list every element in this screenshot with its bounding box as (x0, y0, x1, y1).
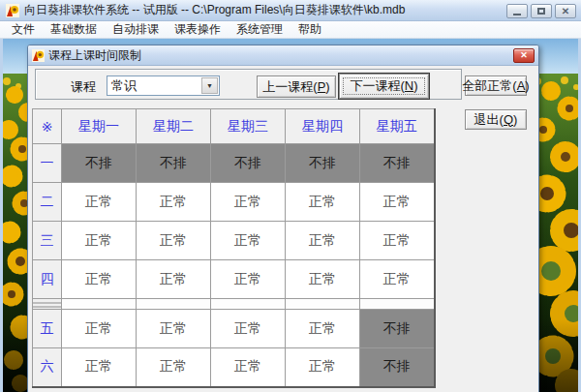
grid-cell[interactable]: 正常 (286, 310, 360, 348)
grid-cell[interactable]: 正常 (137, 348, 211, 387)
grid-cell[interactable]: 正常 (286, 222, 360, 260)
column-header-wednesday[interactable]: 星期三 (211, 109, 286, 144)
menu-help[interactable]: 帮助 (290, 20, 329, 39)
grid-cell[interactable]: 正常 (137, 310, 211, 348)
grid-row-period-1: 一 不排 不排 不排 不排 不排 (33, 144, 435, 183)
schedule-grid: ※ 星期一 星期二 星期三 星期四 星期五 一 不排 不排 不排 不排 不排 (32, 108, 436, 388)
grid-cell[interactable]: 正常 (62, 348, 137, 387)
grid-header-row: ※ 星期一 星期二 星期三 星期四 星期五 (33, 109, 435, 144)
grid-cell[interactable]: 正常 (211, 260, 286, 299)
grid-cell[interactable]: 正常 (211, 222, 286, 260)
grid-cell[interactable]: 正常 (62, 260, 137, 299)
column-header-thursday[interactable]: 星期四 (286, 109, 360, 144)
grid-cell[interactable]: 不排 (360, 348, 435, 387)
next-course-button[interactable]: 下一课程(N) (339, 74, 429, 99)
menu-bar: 文件 基础数据 自动排课 课表操作 系统管理 帮助 (0, 21, 581, 39)
dialog-close-icon: ✕ (520, 51, 528, 60)
dialog-title: 课程上课时间限制 (48, 47, 141, 64)
exit-button[interactable]: 退出(Q) (465, 109, 527, 130)
minimize-icon (513, 14, 521, 15)
grid-cell[interactable]: 正常 (211, 183, 286, 222)
row-label[interactable]: 五 (33, 310, 62, 348)
app-sunflower-icon (6, 4, 19, 17)
maximize-icon (537, 8, 545, 15)
prev-course-button[interactable]: 上一课程(P) (257, 75, 336, 98)
grid-cell[interactable]: 不排 (211, 144, 286, 183)
menu-system-manage[interactable]: 系统管理 (229, 20, 290, 39)
client-area: 课程上课时间限制 ✕ 课程 常识 ▼ 上一课程(P) 下一课程(N) (3, 39, 578, 392)
grid-cell[interactable]: 不排 (286, 144, 360, 183)
grid-cell[interactable]: 正常 (286, 348, 360, 387)
column-header-monday[interactable]: 星期一 (62, 109, 137, 144)
dialog-sunflower-icon (32, 49, 45, 62)
grid-cell[interactable]: 正常 (360, 183, 435, 222)
column-header-friday[interactable]: 星期五 (360, 109, 435, 144)
menu-base-data[interactable]: 基础数据 (43, 20, 105, 39)
course-combobox[interactable]: 常识 ▼ (107, 75, 220, 96)
column-header-tuesday[interactable]: 星期二 (137, 109, 211, 144)
grid-cell[interactable]: 正常 (360, 260, 435, 299)
grid-cell[interactable]: 正常 (62, 183, 137, 222)
menu-timetable-ops[interactable]: 课表操作 (167, 20, 229, 39)
grid-section-divider (33, 299, 435, 310)
minimize-button[interactable] (506, 4, 528, 18)
chevron-down-icon: ▼ (206, 82, 213, 89)
grid-cell[interactable]: 正常 (286, 260, 360, 299)
grid-cell[interactable]: 不排 (137, 144, 211, 183)
course-label: 课程 (71, 78, 96, 96)
grid-row-period-4: 四 正常 正常 正常 正常 正常 (33, 260, 435, 299)
grid-cell[interactable]: 不排 (62, 144, 137, 183)
menu-file[interactable]: 文件 (4, 20, 43, 39)
all-normal-button[interactable]: 全部正常(A) (465, 75, 527, 96)
row-label[interactable]: 三 (33, 222, 62, 260)
grid-row-period-3: 三 正常 正常 正常 正常 正常 (33, 222, 435, 260)
close-icon: ✕ (562, 7, 569, 16)
grid-cell[interactable]: 不排 (360, 144, 435, 183)
grid-cell[interactable]: 正常 (62, 222, 137, 260)
grid-cell[interactable]: 正常 (137, 183, 211, 222)
main-titlebar[interactable]: 向日葵排课软件系统 -- 试用版 -- C:\Program Files\向日葵… (0, 0, 581, 21)
grid-cell[interactable]: 正常 (211, 348, 286, 387)
grid-cell[interactable]: 正常 (211, 310, 286, 348)
grid-cell[interactable]: 正常 (137, 260, 211, 299)
dialog-titlebar[interactable]: 课程上课时间限制 ✕ (28, 45, 538, 66)
grid-corner-cell[interactable]: ※ (33, 109, 62, 144)
grid-row-period-2: 二 正常 正常 正常 正常 正常 (33, 183, 435, 222)
window-title: 向日葵排课软件系统 -- 试用版 -- C:\Program Files\向日葵… (24, 2, 405, 18)
grid-row-period-5: 五 正常 正常 正常 正常 不排 (33, 310, 435, 348)
grid-cell[interactable]: 正常 (360, 222, 435, 260)
menu-auto-schedule[interactable]: 自动排课 (105, 20, 167, 39)
grid-row-period-6: 六 正常 正常 正常 正常 不排 (33, 348, 435, 387)
row-label[interactable]: 一 (33, 144, 62, 183)
grid-cell[interactable]: 正常 (137, 222, 211, 260)
close-button[interactable]: ✕ (555, 4, 576, 18)
main-window: 向日葵排课软件系统 -- 试用版 -- C:\Program Files\向日葵… (0, 0, 581, 392)
course-combobox-value: 常识 (111, 78, 137, 94)
row-label[interactable]: 二 (33, 183, 62, 222)
course-time-limit-dialog: 课程上课时间限制 ✕ 课程 常识 ▼ 上一课程(P) 下一课程(N) (27, 45, 539, 392)
grid-cell[interactable]: 正常 (286, 183, 360, 222)
grid-cell[interactable]: 不排 (360, 310, 435, 348)
dialog-close-button[interactable]: ✕ (513, 48, 535, 63)
row-label[interactable]: 四 (33, 260, 62, 299)
grid-cell[interactable]: 正常 (62, 310, 137, 348)
row-label[interactable]: 六 (33, 348, 62, 387)
course-combobox-dropdown-button[interactable]: ▼ (201, 77, 218, 94)
maximize-button[interactable] (531, 4, 552, 18)
dialog-body: 课程 常识 ▼ 上一课程(P) 下一课程(N) 全部正常(A) 退 (28, 66, 538, 392)
